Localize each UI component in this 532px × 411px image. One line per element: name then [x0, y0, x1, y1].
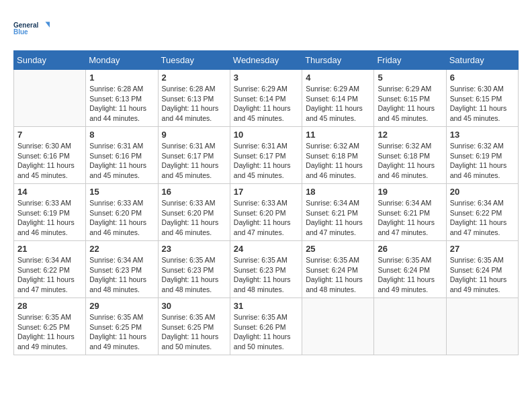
daylight-text: Daylight: 11 hours and 48 minutes. — [306, 275, 363, 293]
daylight-text: Daylight: 11 hours and 47 minutes. — [234, 218, 291, 236]
calendar-cell: 14Sunrise: 6:33 AMSunset: 6:19 PMDayligh… — [14, 184, 86, 241]
day-number: 25 — [306, 244, 370, 254]
sunset-text: Sunset: 6:15 PM — [378, 95, 430, 103]
calendar-cell: 10Sunrise: 6:31 AMSunset: 6:17 PMDayligh… — [230, 127, 302, 184]
calendar-cell: 25Sunrise: 6:35 AMSunset: 6:24 PMDayligh… — [302, 241, 374, 298]
sunset-text: Sunset: 6:17 PM — [234, 152, 286, 160]
calendar-week-3: 14Sunrise: 6:33 AMSunset: 6:19 PMDayligh… — [14, 184, 519, 241]
sunrise-text: Sunrise: 6:33 AM — [234, 199, 287, 207]
sunrise-text: Sunrise: 6:28 AM — [162, 85, 216, 93]
day-number: 10 — [234, 130, 298, 140]
day-info: Sunrise: 6:31 AMSunset: 6:17 PMDaylight:… — [234, 141, 298, 181]
sunrise-text: Sunrise: 6:35 AM — [378, 256, 431, 264]
calendar-week-5: 28Sunrise: 6:35 AMSunset: 6:25 PMDayligh… — [14, 298, 519, 355]
calendar-cell — [446, 298, 518, 355]
calendar-cell: 27Sunrise: 6:35 AMSunset: 6:24 PMDayligh… — [446, 241, 518, 298]
sunset-text: Sunset: 6:19 PM — [17, 209, 70, 217]
day-info: Sunrise: 6:35 AMSunset: 6:25 PMDaylight:… — [162, 312, 226, 352]
day-info: Sunrise: 6:28 AMSunset: 6:13 PMDaylight:… — [162, 84, 226, 124]
calendar-cell — [374, 298, 446, 355]
calendar-cell — [302, 298, 374, 355]
sunset-text: Sunset: 6:20 PM — [89, 209, 142, 217]
daylight-text: Daylight: 11 hours and 45 minutes. — [450, 104, 507, 122]
logo: General Blue — [13, 13, 50, 44]
sunrise-text: Sunrise: 6:35 AM — [162, 313, 216, 321]
sunset-text: Sunset: 6:23 PM — [234, 266, 286, 274]
column-header-wednesday: Wednesday — [230, 51, 302, 70]
calendar-cell: 22Sunrise: 6:34 AMSunset: 6:23 PMDayligh… — [86, 241, 158, 298]
sunset-text: Sunset: 6:18 PM — [306, 152, 358, 160]
day-info: Sunrise: 6:33 AMSunset: 6:20 PMDaylight:… — [162, 198, 226, 238]
daylight-text: Daylight: 11 hours and 46 minutes. — [450, 161, 507, 179]
sunset-text: Sunset: 6:21 PM — [378, 209, 430, 217]
calendar-cell: 8Sunrise: 6:31 AMSunset: 6:16 PMDaylight… — [86, 127, 158, 184]
calendar-cell: 16Sunrise: 6:33 AMSunset: 6:20 PMDayligh… — [158, 184, 230, 241]
sunrise-text: Sunrise: 6:30 AM — [17, 142, 71, 150]
day-number: 13 — [450, 130, 515, 140]
calendar-cell: 19Sunrise: 6:34 AMSunset: 6:21 PMDayligh… — [374, 184, 446, 241]
daylight-text: Daylight: 11 hours and 46 minutes. — [89, 218, 146, 236]
day-info: Sunrise: 6:34 AMSunset: 6:23 PMDaylight:… — [89, 255, 154, 295]
day-info: Sunrise: 6:35 AMSunset: 6:24 PMDaylight:… — [378, 255, 442, 295]
sunset-text: Sunset: 6:24 PM — [450, 266, 502, 274]
sunset-text: Sunset: 6:18 PM — [378, 152, 430, 160]
calendar-cell: 3Sunrise: 6:29 AMSunset: 6:14 PMDaylight… — [230, 70, 302, 127]
day-number: 30 — [162, 301, 226, 311]
column-header-monday: Monday — [86, 51, 158, 70]
column-header-friday: Friday — [374, 51, 446, 70]
sunset-text: Sunset: 6:26 PM — [234, 323, 286, 331]
sunrise-text: Sunrise: 6:35 AM — [450, 256, 504, 264]
daylight-text: Daylight: 11 hours and 47 minutes. — [306, 218, 363, 236]
day-number: 15 — [89, 187, 154, 197]
sunset-text: Sunset: 6:23 PM — [89, 266, 142, 274]
day-info: Sunrise: 6:31 AMSunset: 6:17 PMDaylight:… — [162, 141, 226, 181]
calendar-cell: 17Sunrise: 6:33 AMSunset: 6:20 PMDayligh… — [230, 184, 302, 241]
day-number: 9 — [162, 130, 226, 140]
day-number: 2 — [162, 73, 226, 83]
daylight-text: Daylight: 11 hours and 46 minutes. — [162, 218, 219, 236]
sunrise-text: Sunrise: 6:31 AM — [162, 142, 216, 150]
sunset-text: Sunset: 6:22 PM — [450, 209, 502, 217]
day-info: Sunrise: 6:35 AMSunset: 6:24 PMDaylight:… — [450, 255, 515, 295]
daylight-text: Daylight: 11 hours and 47 minutes. — [450, 218, 507, 236]
sunrise-text: Sunrise: 6:34 AM — [378, 199, 431, 207]
day-info: Sunrise: 6:29 AMSunset: 6:14 PMDaylight:… — [234, 84, 298, 124]
daylight-text: Daylight: 11 hours and 45 minutes. — [378, 104, 435, 122]
sunrise-text: Sunrise: 6:34 AM — [17, 256, 71, 264]
day-info: Sunrise: 6:35 AMSunset: 6:23 PMDaylight:… — [234, 255, 298, 295]
day-info: Sunrise: 6:30 AMSunset: 6:16 PMDaylight:… — [17, 141, 82, 181]
calendar-cell: 26Sunrise: 6:35 AMSunset: 6:24 PMDayligh… — [374, 241, 446, 298]
sunset-text: Sunset: 6:23 PM — [162, 266, 214, 274]
day-number: 12 — [378, 130, 442, 140]
daylight-text: Daylight: 11 hours and 48 minutes. — [162, 275, 219, 293]
day-info: Sunrise: 6:32 AMSunset: 6:19 PMDaylight:… — [450, 141, 515, 181]
day-info: Sunrise: 6:33 AMSunset: 6:19 PMDaylight:… — [17, 198, 82, 238]
sunset-text: Sunset: 6:17 PM — [162, 152, 214, 160]
sunrise-text: Sunrise: 6:32 AM — [306, 142, 359, 150]
logo-svg: General Blue — [13, 13, 50, 44]
day-info: Sunrise: 6:28 AMSunset: 6:13 PMDaylight:… — [89, 84, 154, 124]
calendar-cell: 29Sunrise: 6:35 AMSunset: 6:25 PMDayligh… — [86, 298, 158, 355]
calendar-cell: 18Sunrise: 6:34 AMSunset: 6:21 PMDayligh… — [302, 184, 374, 241]
day-number: 26 — [378, 244, 442, 254]
calendar-cell: 28Sunrise: 6:35 AMSunset: 6:25 PMDayligh… — [14, 298, 86, 355]
day-number: 17 — [234, 187, 298, 197]
day-number: 31 — [234, 301, 298, 311]
sunrise-text: Sunrise: 6:35 AM — [234, 313, 287, 321]
calendar-cell: 2Sunrise: 6:28 AMSunset: 6:13 PMDaylight… — [158, 70, 230, 127]
sunrise-text: Sunrise: 6:29 AM — [378, 85, 431, 93]
calendar-cell: 31Sunrise: 6:35 AMSunset: 6:26 PMDayligh… — [230, 298, 302, 355]
sunset-text: Sunset: 6:20 PM — [162, 209, 214, 217]
svg-text:Blue: Blue — [13, 28, 28, 36]
sunrise-text: Sunrise: 6:31 AM — [89, 142, 143, 150]
sunset-text: Sunset: 6:14 PM — [234, 95, 286, 103]
sunrise-text: Sunrise: 6:32 AM — [378, 142, 431, 150]
day-info: Sunrise: 6:35 AMSunset: 6:26 PMDaylight:… — [234, 312, 298, 352]
daylight-text: Daylight: 11 hours and 49 minutes. — [378, 275, 435, 293]
page-header: General Blue — [13, 13, 519, 44]
sunrise-text: Sunrise: 6:35 AM — [17, 313, 71, 321]
daylight-text: Daylight: 11 hours and 45 minutes. — [306, 104, 363, 122]
daylight-text: Daylight: 11 hours and 46 minutes. — [378, 161, 435, 179]
day-info: Sunrise: 6:29 AMSunset: 6:14 PMDaylight:… — [306, 84, 370, 124]
sunset-text: Sunset: 6:19 PM — [450, 152, 502, 160]
